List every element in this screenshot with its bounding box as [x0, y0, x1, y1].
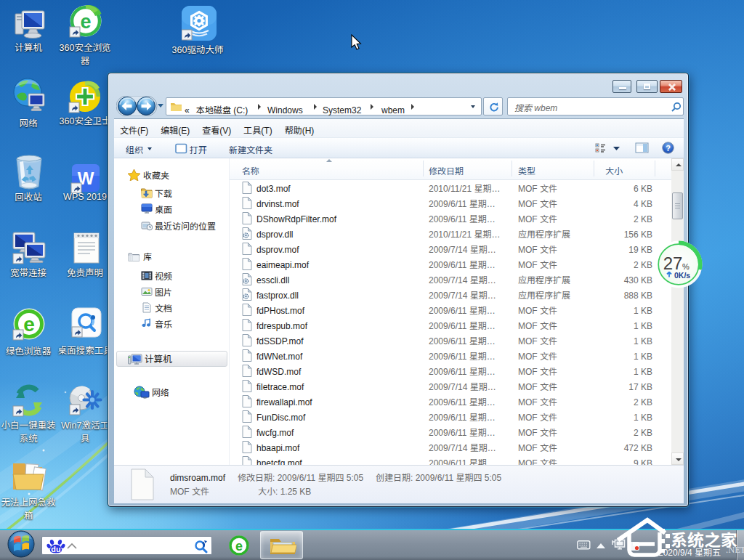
svg-text:e: e [235, 539, 243, 553]
svg-text:0K/s: 0K/s [674, 271, 690, 280]
svg-text:e: e [23, 313, 35, 336]
svg-text:%: % [682, 262, 690, 271]
svg-text:du: du [51, 545, 60, 553]
svg-text:27: 27 [663, 253, 683, 273]
svg-text:e: e [80, 11, 91, 33]
svg-text:?: ? [666, 144, 671, 153]
